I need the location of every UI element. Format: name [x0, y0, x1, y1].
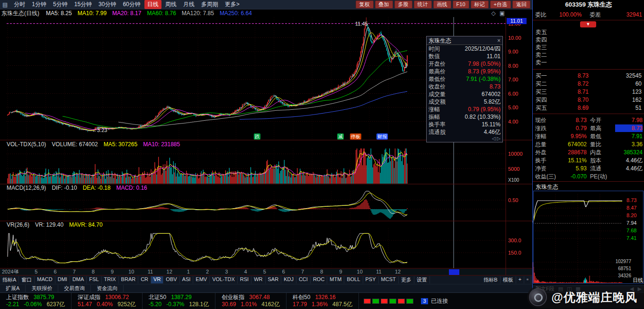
buy-row[interactable]: 买一8.7332545	[533, 72, 644, 79]
index-quote[interactable]: 北证501387.29-5.20-0.37%128.1亿	[143, 293, 215, 309]
index-quote[interactable]: 深证成指13006.7251.470.40%9252亿	[72, 293, 143, 309]
bottom-tab[interactable]: 扩展A	[0, 285, 26, 292]
toolbar-action-button[interactable]: +自选	[490, 0, 511, 9]
indicator-tab-right[interactable]: ▫	[524, 276, 531, 283]
period-tab[interactable]: 分时	[11, 0, 28, 9]
weibi-value: 100.00%	[559, 11, 581, 19]
indicator-tab-right[interactable]: 指标B	[481, 276, 500, 283]
indicator-tab[interactable]: 更多	[399, 276, 414, 283]
sell-row[interactable]: 卖二	[533, 51, 644, 59]
indicator-tab-right[interactable]: +	[516, 276, 524, 283]
indicator-tab[interactable]: PSY	[363, 276, 379, 283]
indicator-tab[interactable]: BOLL	[344, 276, 363, 283]
stat-row: 现价8.73今开7.98	[533, 116, 644, 124]
period-tab[interactable]: 15分钟	[72, 0, 95, 9]
indicator-tab[interactable]: 设置	[414, 276, 430, 283]
tooltip-row: 流通股4.46亿	[427, 128, 502, 136]
indicator-tab[interactable]: SAR	[266, 276, 282, 283]
index-quote[interactable]: 科创501326.1617.791.36%487.5亿	[286, 293, 359, 309]
indicator-tab[interactable]: VR	[151, 276, 163, 283]
buy-row[interactable]: 买四8.70162	[533, 96, 644, 104]
svg-text:12: 12	[395, 269, 401, 274]
period-tab[interactable]: 更多>	[222, 0, 242, 9]
mini-vol-label: 102977	[593, 259, 631, 264]
mini-period-label[interactable]: 日线	[633, 277, 643, 284]
tooltip-nav-icons[interactable]: ◁ ▷	[427, 136, 502, 142]
indicator-tab[interactable]: 指标A	[0, 276, 19, 283]
event-marker[interactable]: 停板	[350, 133, 361, 140]
menu-icon[interactable]: ▤	[0, 1, 10, 8]
toolbar-action-button[interactable]: 叠加	[375, 0, 393, 9]
indicator-tab[interactable]: DMI	[55, 276, 70, 283]
period-tab[interactable]: 日线	[144, 0, 161, 9]
sell-row[interactable]: 卖三	[533, 44, 644, 51]
bottom-tab[interactable]: 关联报价	[26, 285, 58, 292]
tooltip-row: 最高价8.73 (9.95%)	[427, 68, 502, 75]
toolbar-action-button[interactable]: F10	[453, 0, 469, 9]
period-tab[interactable]: 周线	[162, 0, 179, 9]
indicator-tab[interactable]: DMA	[70, 276, 87, 283]
tooltip-row: 数值11.01	[427, 53, 502, 60]
period-tab[interactable]: 多周期	[198, 0, 221, 9]
indicator-tab[interactable]: FSL	[87, 276, 101, 283]
indicator-tab[interactable]: ASI	[180, 276, 194, 283]
svg-text:4.00: 4.00	[508, 119, 518, 124]
indicator-tab[interactable]: MTM	[327, 276, 344, 283]
window-icon[interactable]: ▣	[500, 10, 505, 17]
diamond-icon[interactable]: ◇	[491, 10, 495, 17]
mini-axis-label: 8.47	[626, 205, 644, 211]
indicator-tab[interactable]: BRAR	[119, 276, 139, 283]
event-marker[interactable]: 跌	[254, 133, 260, 140]
mini-vol-label: 34326	[593, 273, 631, 278]
indicator-tab[interactable]: MCST	[379, 276, 399, 283]
period-tab[interactable]: 60分钟	[120, 0, 143, 9]
bottom-tab[interactable]: 资金流向	[91, 285, 124, 292]
buy-row[interactable]: 买二8.7260	[533, 80, 644, 88]
period-tab[interactable]: 1分钟	[29, 0, 49, 9]
ma-label: MA60: 8.76	[147, 10, 176, 17]
indicator-tab[interactable]: EMV	[193, 276, 210, 283]
tooltip-close-icon[interactable]: ×	[497, 36, 501, 44]
indicator-tab[interactable]: WR	[251, 276, 265, 283]
indicator-tab-right[interactable]: 模板	[501, 276, 516, 283]
period-tab[interactable]: 月线	[180, 0, 197, 9]
toolbar-action-button[interactable]: 画线	[433, 0, 451, 9]
indicator-tab[interactable]: ROC	[311, 276, 327, 283]
event-marker[interactable]: 财报	[376, 133, 388, 140]
svg-text:6.00: 6.00	[508, 91, 518, 97]
indicator-tab[interactable]: TRIX	[102, 276, 119, 283]
toolbar-action-button[interactable]: 多股	[394, 0, 412, 9]
indicator-tab[interactable]: RSI	[238, 276, 251, 283]
indicator-tab[interactable]: CCI	[296, 276, 311, 283]
sell-row[interactable]: 卖五	[533, 28, 644, 36]
sell-row[interactable]: 卖一	[533, 59, 644, 66]
indicator-tab[interactable]: VOL-TDX	[210, 276, 238, 283]
pane-header-label: MA5: 307265	[104, 141, 137, 148]
event-marker[interactable]: 减	[337, 133, 344, 140]
bottom-tab[interactable]: 交易查询	[58, 285, 91, 292]
indicator-tab[interactable]: OBV	[163, 276, 179, 283]
ma-label: MA120: 7.85	[182, 10, 214, 17]
period-tab[interactable]: 5分钟	[50, 0, 71, 9]
indicator-tab[interactable]: CR	[138, 276, 151, 283]
svg-text:5: 5	[35, 269, 37, 274]
weibi-row: 委比 100.00% 委差 32941	[533, 11, 644, 19]
tooltip-header: 东珠生态 ×	[427, 36, 502, 45]
index-quote[interactable]: 创业板指3067.4830.691.01%4162亿	[215, 293, 286, 309]
buy-row[interactable]: 买三8.71123	[533, 88, 644, 96]
toolbar-action-button[interactable]: 复权	[356, 0, 374, 9]
indicator-tab[interactable]: 窗口	[19, 276, 35, 283]
sell-row[interactable]: 卖四	[533, 36, 644, 44]
period-tab[interactable]: 30分钟	[96, 0, 119, 9]
buy-row[interactable]: 买五8.6951	[533, 104, 644, 112]
toolbar-action-button[interactable]: 返回	[512, 0, 530, 9]
orderbook-expand-button[interactable]: ▼	[580, 21, 596, 27]
index-quote[interactable]: 上证指数3875.79-2.21-0.06%6237亿	[0, 293, 72, 309]
stat-row: 收益(三)-0.070PE(动)	[533, 173, 644, 180]
tooltip-row: 开盘价7.98 (0.50%)	[427, 60, 502, 68]
indicator-tab[interactable]: KDJ	[281, 276, 296, 283]
toolbar-action-button[interactable]: 统计	[414, 0, 432, 9]
indicator-tab[interactable]: MACD	[35, 276, 55, 283]
toolbar-action-button[interactable]: 标记	[471, 0, 489, 9]
mini-intraday-chart-frame[interactable]	[533, 191, 644, 284]
